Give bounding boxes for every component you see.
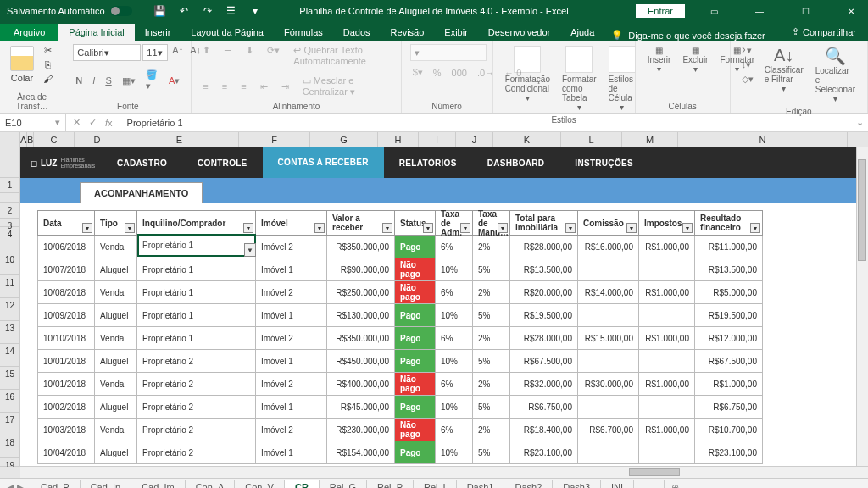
cell[interactable]: Proprietário 1 — [137, 258, 256, 281]
cell[interactable]: Não pago — [395, 281, 436, 304]
decrease-indent-icon[interactable]: ⇤ — [258, 80, 270, 93]
cell[interactable]: Venda — [95, 327, 137, 350]
cell[interactable]: R$450.000,00 — [327, 350, 395, 373]
number-format-select[interactable]: ▾ — [410, 44, 487, 61]
redo-icon[interactable]: ↷ — [202, 5, 214, 17]
align-right-icon[interactable]: ≡ — [238, 80, 248, 92]
row-header-[interactable] — [0, 147, 19, 178]
merge-center-button[interactable]: ▭ Mesclar e Centralizar ▾ — [300, 75, 392, 98]
cell[interactable] — [639, 304, 695, 327]
sheet-tab-Cad_P[interactable]: Cad_P — [31, 480, 81, 489]
header-8[interactable]: Total para imobiliária▼ — [510, 210, 578, 236]
cell[interactable]: 2% — [473, 373, 510, 396]
cell[interactable]: R$30.000,00 — [578, 373, 639, 396]
cell[interactable]: 6% — [436, 419, 473, 441]
row-header-17[interactable]: 17 — [0, 413, 19, 435]
col-header-C[interactable]: C — [34, 132, 75, 147]
cell[interactable]: 6% — [436, 281, 473, 304]
col-header-L[interactable]: L — [561, 132, 622, 147]
enter-formula-icon[interactable]: ✓ — [89, 117, 97, 128]
header-11[interactable]: Resultado financeiro▼ — [695, 210, 763, 236]
cell[interactable] — [639, 258, 695, 281]
border-icon[interactable]: ▦▾ — [120, 75, 138, 87]
italic-button[interactable]: I — [90, 75, 97, 86]
dropdown-icon[interactable]: ▼ — [244, 243, 256, 257]
new-sheet-button[interactable]: ⊕ — [665, 482, 686, 488]
filter-icon[interactable]: ▼ — [125, 223, 135, 233]
sheet-tab-INI[interactable]: INI — [601, 480, 634, 489]
cell[interactable]: Proprietário 2 — [137, 441, 256, 464]
cell[interactable]: Venda — [95, 236, 137, 258]
tell-me[interactable]: 💡Diga-me o que você deseja fazer — [611, 30, 765, 41]
bold-button[interactable]: N — [73, 75, 85, 86]
tab-layout[interactable]: Layout da Página — [181, 24, 274, 41]
touch-icon[interactable]: ☰ — [225, 5, 237, 17]
cell[interactable]: R$1.000,00 — [639, 281, 695, 304]
filter-icon[interactable]: ▼ — [682, 223, 693, 233]
insert-cells-button[interactable]: ▦Inserir▾ — [644, 44, 675, 75]
cell[interactable]: 10/07/2018 — [37, 258, 95, 281]
increase-font-icon[interactable]: A↑ — [170, 44, 186, 61]
cell[interactable]: 10/02/2018 — [37, 396, 95, 419]
col-header-B[interactable]: B — [27, 132, 34, 147]
filter-icon[interactable]: ▼ — [243, 223, 253, 233]
row-header-12[interactable]: 12 — [0, 298, 19, 321]
cell[interactable]: R$230.000,00 — [327, 419, 395, 441]
col-header-J[interactable]: J — [456, 132, 493, 147]
cell[interactable]: Imóvel 1 — [256, 441, 327, 464]
cell[interactable] — [578, 350, 639, 373]
autosum-icon[interactable]: Σ▾ — [739, 44, 756, 57]
header-1[interactable]: Tipo▼ — [95, 210, 137, 236]
filter-icon[interactable]: ▼ — [82, 223, 92, 233]
sheet-tab-Rel_I[interactable]: Rel_I — [414, 480, 457, 489]
cell[interactable]: Não pago — [395, 373, 436, 396]
cell[interactable]: 5% — [473, 350, 510, 373]
col-header-G[interactable]: G — [310, 132, 378, 147]
ribbon-options-icon[interactable]: ▭ — [697, 0, 731, 22]
row-header-15[interactable]: 15 — [0, 367, 19, 390]
align-middle-icon[interactable]: ☰ — [221, 44, 235, 67]
cell[interactable]: R$28.000,00 — [510, 327, 578, 350]
font-size-select[interactable]: 11 ▾ — [142, 44, 168, 61]
cell[interactable]: Imóvel 1 — [256, 350, 327, 373]
more-icon[interactable]: ▾ — [249, 5, 261, 17]
cell[interactable]: Proprietário 2 — [137, 396, 256, 419]
row-header-16[interactable]: 16 — [0, 390, 19, 413]
name-box[interactable]: E10▾ — [0, 114, 66, 131]
align-bottom-icon[interactable]: ⬇ — [243, 44, 256, 67]
cell[interactable]: Pago — [395, 396, 436, 419]
col-header-M[interactable]: M — [622, 132, 678, 147]
paste-button[interactable]: Colar — [8, 44, 36, 85]
cell[interactable]: 10/03/2018 — [37, 419, 95, 441]
nav-contas-receber[interactable]: CONTAS A RECEBER — [263, 147, 384, 178]
col-header-N[interactable]: N — [678, 132, 848, 147]
clear-icon[interactable]: ◇▾ — [739, 73, 756, 86]
filter-icon[interactable]: ▼ — [626, 223, 637, 233]
font-name-select[interactable]: Calibri ▾ — [73, 44, 141, 61]
subtab-acompanhamento[interactable]: ACOMPANHAMENTO — [80, 182, 203, 203]
cell[interactable] — [578, 258, 639, 281]
sheet-tab-Con_A[interactable]: Con_A — [186, 480, 236, 489]
cell[interactable]: R$1.000,00 — [639, 327, 695, 350]
cell[interactable]: R$11.000,00 — [695, 236, 763, 258]
header-9[interactable]: Comissão▼ — [578, 210, 639, 236]
cell[interactable]: Pago — [395, 441, 436, 464]
col-header-H[interactable]: H — [378, 132, 419, 147]
undo-icon[interactable]: ↶ — [178, 5, 190, 17]
nav-dashboard[interactable]: DASHBOARD — [472, 147, 560, 178]
nav-relatorios[interactable]: RELATÓRIOS — [384, 147, 472, 178]
tab-formulas[interactable]: Fórmulas — [274, 24, 333, 41]
nav-instrucoes[interactable]: INSTRUÇÕES — [559, 147, 648, 178]
tab-data[interactable]: Dados — [333, 24, 381, 41]
row-header-2[interactable]: 2 — [0, 203, 19, 219]
currency-icon[interactable]: $▾ — [410, 66, 426, 79]
vertical-scrollbar[interactable] — [856, 147, 868, 466]
cell[interactable]: R$6.750,00 — [695, 396, 763, 419]
row-header-[interactable] — [0, 193, 19, 203]
cell[interactable]: R$6.750,00 — [510, 396, 578, 419]
cell[interactable]: 2% — [473, 327, 510, 350]
sheet-tab-Rel_P[interactable]: Rel_P — [367, 480, 414, 489]
format-table-button[interactable]: Formatar como Tabela▾ — [559, 44, 600, 114]
header-2[interactable]: Inquilino/Comprador▼ — [137, 210, 256, 236]
cell[interactable]: R$350.000,00 — [327, 236, 395, 258]
